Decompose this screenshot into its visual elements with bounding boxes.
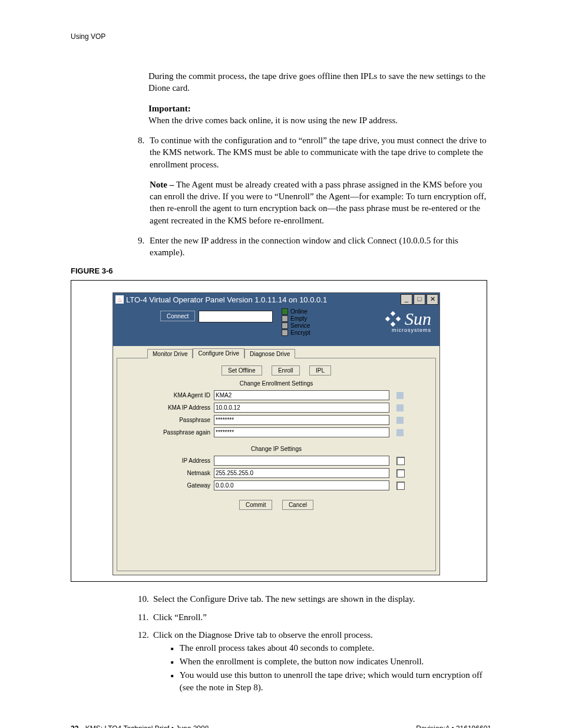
maximize-button[interactable]: □ xyxy=(414,294,425,305)
agent-id-input[interactable] xyxy=(214,390,389,400)
important-text: When the drive comes back online, it is … xyxy=(148,116,398,125)
app-window: ♨ LTO-4 Virtual Operator Panel Version 1… xyxy=(113,292,440,575)
intro-paragraph: During the commit process, the tape driv… xyxy=(148,70,491,94)
service-indicator xyxy=(282,322,288,329)
svg-rect-3 xyxy=(396,317,401,321)
svg-rect-2 xyxy=(385,317,390,321)
empty-indicator xyxy=(282,315,288,322)
ip-label: IP Address xyxy=(123,457,214,464)
agent-id-indicator xyxy=(396,392,404,399)
step-8-text: To continue with the configuration and t… xyxy=(150,134,491,170)
step-9-text: Enter the new IP address in the connecti… xyxy=(150,235,491,259)
step-12-text: Click on the Diagnose Drive tab to obser… xyxy=(153,628,491,642)
step-9-number: 9. xyxy=(138,235,150,259)
cancel-button[interactable]: Cancel xyxy=(282,500,313,510)
step-12-bullet-1: The enroll process takes about 40 second… xyxy=(171,642,491,654)
status-online: Online xyxy=(290,308,308,315)
connect-button[interactable]: Connect xyxy=(160,311,195,321)
figure-frame: ♨ LTO-4 Virtual Operator Panel Version 1… xyxy=(71,280,487,582)
note-text: The Agent must be already created with a… xyxy=(150,180,486,225)
footer-right-text: Revision:A • 316196601 xyxy=(416,724,491,728)
kma-ip-indicator xyxy=(396,404,404,411)
step-10-number: 10. xyxy=(138,592,153,606)
tab-monitor-drive[interactable]: Monitor Drive xyxy=(147,349,193,358)
step-10-text: Select the Configure Drive tab. The new … xyxy=(153,592,415,606)
step-9: 9. Enter the new IP address in the conne… xyxy=(138,235,491,259)
page-number: 22 xyxy=(71,724,78,728)
step-8: 8. To continue with the configuration an… xyxy=(138,134,491,226)
step-12-bullet-2: When the enrollment is complete, the but… xyxy=(171,655,491,668)
passphrase2-input[interactable] xyxy=(214,427,389,437)
connect-address-input[interactable] xyxy=(199,311,273,322)
important-label: Important: xyxy=(148,104,191,113)
svg-rect-1 xyxy=(391,322,395,327)
set-offline-button[interactable]: Set Offline xyxy=(222,365,262,375)
netmask-checkbox[interactable] xyxy=(396,469,405,477)
step-8-note: Note – The Agent must be already created… xyxy=(150,179,491,226)
gateway-input[interactable] xyxy=(214,480,389,490)
tab-diagnose-drive[interactable]: Diagnose Drive xyxy=(244,349,295,358)
step-12-bullet-3: You would use this button to unenroll th… xyxy=(171,669,491,694)
online-indicator xyxy=(282,308,288,315)
encrypt-indicator xyxy=(282,330,288,336)
tab-configure-drive[interactable]: Configure Drive xyxy=(193,348,244,358)
ip-input[interactable] xyxy=(214,456,389,466)
agent-id-label: KMA Agent ID xyxy=(123,392,214,398)
status-service: Service xyxy=(290,322,310,329)
tab-bar: Monitor Drive Configure Drive Diagnose D… xyxy=(113,346,439,358)
ip-checkbox[interactable] xyxy=(396,457,405,465)
ip-section-title: Change IP Settings xyxy=(123,446,429,452)
step-8-number: 8. xyxy=(138,134,150,226)
titlebar: ♨ LTO-4 Virtual Operator Panel Version 1… xyxy=(113,293,439,306)
step-11: 11. Click “Enroll.” xyxy=(138,611,491,624)
step-11-text: Click “Enroll.” xyxy=(153,611,207,624)
passphrase-indicator xyxy=(396,417,404,424)
enroll-section-title: Change Enrollment Settings xyxy=(123,380,429,387)
kma-ip-label: KMA IP Address xyxy=(123,404,214,411)
ipl-button[interactable]: IPL xyxy=(309,365,331,375)
configure-panel: Set Offline Enroll IPL Change Enrollment… xyxy=(117,358,436,571)
sun-logo: Sun microsystems xyxy=(385,311,431,333)
step-12-number: 12. xyxy=(138,628,153,695)
commit-button[interactable]: Commit xyxy=(239,500,272,510)
java-icon: ♨ xyxy=(115,295,124,304)
passphrase2-indicator xyxy=(396,429,404,436)
netmask-input[interactable] xyxy=(214,468,389,478)
status-empty: Empty xyxy=(290,315,307,322)
header-band: Connect Online Empty Service Encrypt xyxy=(113,306,439,346)
step-11-number: 11. xyxy=(138,611,153,624)
step-12: 12. Click on the Diagnose Drive tab to o… xyxy=(138,628,491,695)
running-head: Using VOP xyxy=(71,32,491,41)
sun-icon xyxy=(385,311,401,327)
svg-rect-0 xyxy=(391,311,395,316)
passphrase-label: Passphrase xyxy=(123,417,214,423)
sun-logo-text: Sun xyxy=(405,311,431,327)
minimize-button[interactable]: _ xyxy=(401,294,412,305)
sun-logo-sub: microsystems xyxy=(385,327,431,333)
page-footer: 22 KMS: LTO4 Technical Brief • June 2008… xyxy=(71,724,491,728)
gateway-checkbox[interactable] xyxy=(396,482,405,490)
netmask-label: Netmask xyxy=(123,470,214,476)
figure-label: FIGURE 3-6 xyxy=(71,266,491,275)
passphrase-input[interactable] xyxy=(214,415,389,425)
gateway-label: Gateway xyxy=(123,482,214,489)
status-block: Online Empty Service Encrypt xyxy=(282,308,310,337)
step-10: 10. Select the Configure Drive tab. The … xyxy=(138,592,491,606)
important-block: Important: When the drive comes back onl… xyxy=(148,103,491,127)
passphrase2-label: Passphrase again xyxy=(123,429,214,436)
kma-ip-input[interactable] xyxy=(214,403,389,413)
window-title: LTO-4 Virtual Operator Panel Version 1.0… xyxy=(126,295,327,304)
status-encrypt: Encrypt xyxy=(290,330,310,336)
note-label: Note – xyxy=(150,180,176,189)
close-button[interactable]: ✕ xyxy=(427,294,438,305)
enroll-button[interactable]: Enroll xyxy=(272,365,300,375)
footer-left-text: KMS: LTO4 Technical Brief • June 2008 xyxy=(85,724,209,728)
